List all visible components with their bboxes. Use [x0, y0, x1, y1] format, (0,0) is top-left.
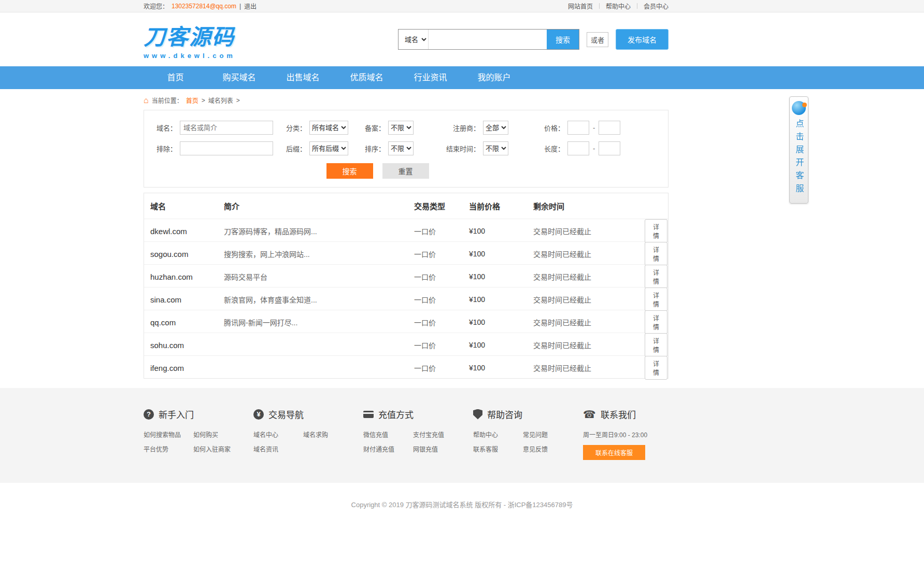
topbar: 欢迎您： 13023572814@qq.com | 退出 网站首页 帮助中心 会…	[0, 0, 924, 12]
beian-filter-select[interactable]: 不限	[388, 121, 414, 135]
trade-nav-icon: ¥	[253, 409, 264, 420]
footer-col-title-text: 新手入门	[159, 408, 194, 421]
footer-link[interactable]: 财付通充值	[363, 444, 413, 453]
footer-link[interactable]: 联系客服	[473, 444, 523, 453]
topbar-divider: |	[239, 3, 241, 10]
filter-field-length: 长度： -	[541, 141, 659, 155]
endtime-filter-select[interactable]: 不限	[483, 141, 508, 155]
footer-link[interactable]: 如何购买	[193, 430, 243, 439]
domain-filter-label: 域名：	[153, 123, 177, 133]
footer-col-beginner: ? 新手入门 如何搜索物品 如何购买 平台优势 如何入驻商家	[144, 408, 247, 460]
breadcrumb-home-link[interactable]: 首页	[186, 96, 198, 105]
detail-button[interactable]: 详情	[645, 265, 667, 289]
search-box: 域名 搜索	[398, 29, 579, 50]
contact-online-service-button[interactable]: 联系在线客服	[583, 445, 645, 460]
footer-link[interactable]: 如何搜索物品	[144, 430, 193, 439]
footer-link[interactable]: 域名资讯	[253, 444, 303, 453]
nav-item-home[interactable]: 首页	[144, 66, 207, 89]
detail-button[interactable]: 详情	[645, 310, 667, 334]
topbar-link-site-home[interactable]: 网站首页	[568, 2, 593, 10]
footer-link[interactable]: 域名求购	[303, 430, 353, 439]
table-row: sohu.com 一口价 ¥100 交易时间已经截止 详情	[144, 333, 668, 355]
copyright: Copyright © 2019 刀客源码测试域名系统 版权所有 - 浙ICP备…	[0, 483, 924, 530]
length-max-input[interactable]	[599, 141, 620, 155]
filter-search-button[interactable]: 搜索	[326, 163, 373, 179]
row-type: 一口价	[414, 317, 469, 327]
header: 刀客源码 www.dkewl.com 域名 搜索 或者 发布域名	[0, 12, 924, 66]
row-time: 交易时间已经截止	[533, 249, 645, 259]
publish-domain-button[interactable]: 发布域名	[616, 29, 669, 50]
customer-service-tab[interactable]: 点击展开客服	[789, 96, 808, 204]
footer-link[interactable]: 如何入驻商家	[193, 444, 243, 453]
nav-item-sell-domain[interactable]: 出售域名	[271, 66, 335, 89]
footer-link[interactable]: 支付宝充值	[413, 430, 463, 439]
recharge-card-icon	[363, 411, 374, 418]
price-min-input[interactable]	[567, 121, 589, 135]
exclude-filter-input[interactable]	[180, 141, 273, 155]
topbar-link-member-center[interactable]: 会员中心	[644, 2, 669, 10]
filter-row-1: 域名： 分类： 所有域名 备案： 不限 注册商： 全部	[153, 121, 659, 135]
length-min-input[interactable]	[567, 141, 589, 155]
beian-filter-label: 备案：	[362, 123, 385, 133]
table-header-time: 剩余时间	[533, 200, 645, 211]
suffix-filter-select[interactable]: 所有后缀	[309, 141, 348, 155]
row-price: ¥100	[469, 272, 533, 281]
table-row: qq.com 腾讯网-新闻一网打尽... 一口价 ¥100 交易时间已经截止 详…	[144, 310, 668, 333]
header-search-area: 域名 搜索 或者 发布域名	[398, 29, 669, 50]
filter-reset-button[interactable]: 重置	[382, 163, 429, 179]
filter-field-price: 价格： -	[541, 121, 659, 135]
price-max-input[interactable]	[599, 121, 620, 135]
row-domain: qq.com	[150, 318, 224, 327]
row-domain: ifeng.com	[150, 364, 224, 372]
domain-filter-input[interactable]	[180, 121, 273, 135]
table-header-type: 交易类型	[414, 200, 469, 211]
nav-item-premium-domain[interactable]: 优质域名	[335, 66, 399, 89]
row-price: ¥100	[469, 364, 533, 372]
nav-item-my-account[interactable]: 我的账户	[462, 66, 526, 89]
category-filter-select[interactable]: 所有域名	[309, 121, 348, 135]
header-search-button[interactable]: 搜索	[547, 30, 579, 49]
row-desc: 腾讯网-新闻一网打尽...	[224, 317, 414, 327]
phone-icon: ☎	[583, 409, 596, 420]
footer-link[interactable]: 网银充值	[413, 444, 463, 453]
detail-button[interactable]: 详情	[645, 333, 667, 357]
footer-link[interactable]: 常见问题	[523, 430, 573, 439]
detail-button[interactable]: 详情	[645, 242, 667, 266]
footer: ? 新手入门 如何搜索物品 如何购买 平台优势 如何入驻商家 ¥ 交易导航 域名…	[0, 388, 924, 483]
site-logo[interactable]: 刀客源码 www.dkewl.com	[144, 19, 236, 60]
footer-col-title: ☎ 联系我们	[583, 408, 669, 421]
filter-panel: 域名： 分类： 所有域名 备案： 不限 注册商： 全部	[144, 110, 669, 188]
table-header-domain: 域名	[150, 200, 224, 211]
nav-item-industry-news[interactable]: 行业资讯	[399, 66, 462, 89]
table-row: sogou.com 搜狗搜索，网上冲浪网站... 一口价 ¥100 交易时间已经…	[144, 241, 668, 264]
nav-item-buy-domain[interactable]: 购买域名	[207, 66, 271, 89]
registrar-filter-select[interactable]: 全部	[483, 121, 508, 135]
header-search-input[interactable]	[429, 30, 547, 49]
filter-field-registrar: 注册商： 全部	[444, 121, 541, 135]
logout-link[interactable]: 退出	[244, 2, 257, 10]
customer-service-label: 点击展开客服	[795, 119, 803, 197]
footer-link[interactable]: 平台优势	[144, 444, 193, 453]
table-row: ifeng.com 一口价 ¥100 交易时间已经截止 详情	[144, 355, 668, 378]
footer-link[interactable]: 帮助中心	[473, 430, 523, 439]
footer-col-title-text: 充值方式	[378, 408, 414, 421]
detail-button[interactable]: 详情	[645, 356, 667, 380]
breadcrumb: ⌂ 当前位置： 首页 > 域名列表 >	[144, 89, 669, 110]
row-domain: sohu.com	[150, 341, 224, 350]
detail-button[interactable]: 详情	[645, 219, 667, 243]
search-type-select[interactable]: 域名	[399, 30, 429, 49]
row-time: 交易时间已经截止	[533, 294, 645, 305]
detail-button[interactable]: 详情	[645, 287, 667, 311]
footer-link[interactable]: 微信充值	[363, 430, 413, 439]
logo-subtitle: www.dkewl.com	[144, 52, 236, 60]
filter-row-2: 排除： 后缀： 所有后缀 排序： 不限 结束时间： 不限	[153, 141, 659, 155]
user-email-link[interactable]: 13023572814@qq.com	[172, 3, 236, 10]
table-row: huzhan.com 源码交易平台 一口价 ¥100 交易时间已经截止 详情	[144, 264, 668, 287]
sort-filter-select[interactable]: 不限	[388, 141, 414, 155]
logo-title: 刀客源码	[144, 19, 236, 51]
table-row: sina.com 新浪官网，体育盛事全知道... 一口价 ¥100 交易时间已经…	[144, 287, 668, 310]
or-text: 或者	[587, 32, 608, 47]
topbar-link-help-center[interactable]: 帮助中心	[606, 2, 631, 10]
footer-link[interactable]: 意见反馈	[523, 444, 573, 453]
footer-link[interactable]: 域名中心	[253, 430, 303, 439]
